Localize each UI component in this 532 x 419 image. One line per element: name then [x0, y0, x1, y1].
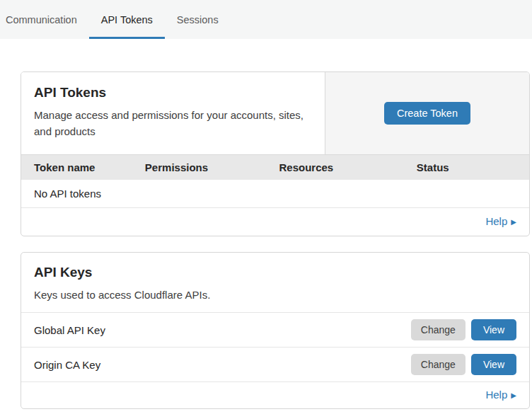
api-keys-card-footer: Help▶	[21, 381, 529, 408]
help-link-label: Help	[485, 215, 507, 227]
api-tokens-header-action-panel: Create Token	[325, 72, 529, 154]
page-content: API Tokens Manage access and permissions…	[21, 71, 530, 409]
api-tokens-description: Manage access and permissions for your a…	[34, 107, 310, 140]
tab-communication[interactable]: Communication	[6, 0, 89, 39]
api-keys-title: API Keys	[34, 265, 516, 280]
help-arrow-icon: ▶	[511, 218, 516, 226]
column-header-status: Status	[417, 161, 516, 173]
view-global-api-key-button[interactable]: View	[471, 319, 516, 340]
change-origin-ca-key-button[interactable]: Change	[411, 354, 466, 375]
api-keys-card: API Keys Keys used to access Cloudflare …	[21, 252, 530, 409]
key-name: Global API Key	[34, 324, 105, 336]
token-table-header: Token name Permissions Resources Status	[21, 154, 529, 180]
api-tokens-help-link[interactable]: Help▶	[485, 215, 516, 227]
token-table-empty-row: No API tokens	[21, 180, 529, 208]
key-actions: Change View	[411, 319, 516, 340]
api-tokens-card-header: API Tokens Manage access and permissions…	[21, 72, 529, 154]
api-tokens-card-footer: Help▶	[21, 208, 529, 236]
change-global-api-key-button[interactable]: Change	[411, 319, 466, 340]
column-header-permissions: Permissions	[145, 161, 279, 173]
create-token-button[interactable]: Create Token	[384, 102, 470, 125]
key-name: Origin CA Key	[34, 359, 100, 371]
api-tokens-card: API Tokens Manage access and permissions…	[21, 71, 530, 236]
key-row-origin-ca-key: Origin CA Key Change View	[21, 347, 529, 381]
key-row-global-api-key: Global API Key Change View	[21, 312, 529, 347]
api-tokens-header-text: API Tokens Manage access and permissions…	[21, 72, 325, 154]
key-actions: Change View	[411, 354, 516, 375]
column-header-token-name: Token name	[34, 161, 145, 173]
api-tokens-title: API Tokens	[34, 85, 312, 101]
api-keys-description: Keys used to access Cloudflare APIs.	[34, 287, 310, 303]
tab-sessions[interactable]: Sessions	[165, 0, 231, 39]
help-arrow-icon: ▶	[511, 391, 516, 399]
api-keys-card-header: API Keys Keys used to access Cloudflare …	[21, 253, 529, 312]
tab-bar: Communication API Tokens Sessions	[0, 0, 532, 39]
api-keys-help-link[interactable]: Help▶	[485, 389, 516, 401]
column-header-resources: Resources	[279, 161, 416, 173]
help-link-label: Help	[485, 389, 507, 401]
view-origin-ca-key-button[interactable]: View	[471, 354, 516, 375]
tab-api-tokens[interactable]: API Tokens	[89, 0, 165, 39]
